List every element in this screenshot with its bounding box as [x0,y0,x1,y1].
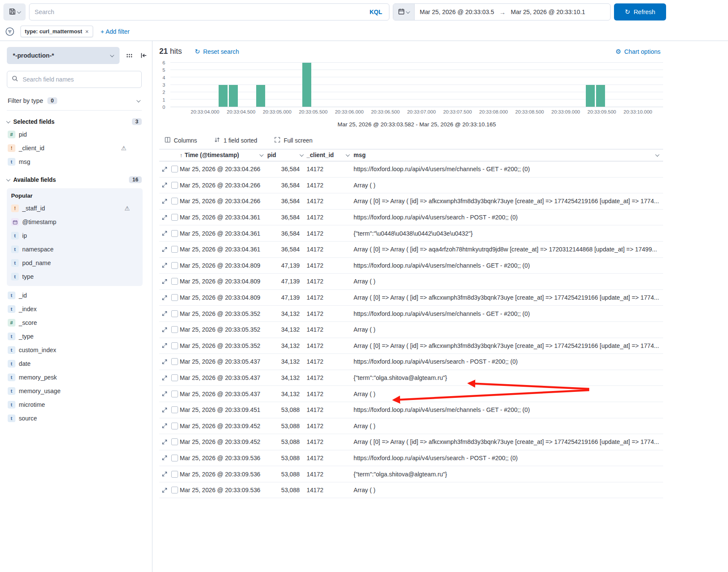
kql-toggle-button[interactable]: KQL [363,4,389,20]
row-checkbox[interactable] [171,166,178,172]
date-to-button[interactable]: Mar 25, 2026 @ 20:33:10.1 [506,9,590,15]
row-checkbox[interactable] [171,358,178,365]
row-checkbox[interactable] [171,262,178,269]
reset-search-link[interactable]: ↻ Reset search [192,47,242,56]
column-header-client-id[interactable]: _client_id [306,152,354,158]
expand-row-icon[interactable] [162,407,167,413]
field-item-_id[interactable]: t_id [7,289,141,302]
text-field-icon: t [8,346,15,354]
expand-row-icon[interactable] [162,343,167,348]
date-quick-select-button[interactable] [393,4,415,20]
histogram-bar[interactable] [219,85,228,107]
grid-dots-icon[interactable] [125,51,134,60]
row-checkbox[interactable] [171,487,178,493]
expand-row-icon[interactable] [162,455,167,461]
field-item-_score[interactable]: #_score [7,316,141,330]
expand-row-icon[interactable] [162,231,167,236]
column-header-msg[interactable]: msg [354,152,663,158]
row-checkbox[interactable] [171,326,178,333]
field-item-_index[interactable]: t_index [7,302,141,316]
search-input[interactable] [29,9,363,15]
text-field-icon: t [8,360,15,368]
row-checkbox[interactable] [171,214,178,221]
cell-time: Mar 25, 2026 @ 20:33:09.452 [180,438,267,445]
histogram-bar[interactable] [256,85,265,107]
row-checkbox[interactable] [171,278,178,285]
expand-row-icon[interactable] [162,359,167,365]
row-checkbox[interactable] [171,455,178,461]
expand-row-icon[interactable] [162,215,167,220]
row-checkbox[interactable] [171,230,178,237]
sorted-fields-button[interactable]: 1 field sorted [211,136,260,145]
column-header-pid[interactable]: pid [267,152,306,158]
row-checkbox[interactable] [171,423,178,429]
available-fields-header[interactable]: Available fields 16 [7,176,142,183]
refresh-button[interactable]: ↻ Refresh [614,3,666,20]
fullscreen-button[interactable]: Full screen [272,136,315,145]
row-checkbox[interactable] [171,294,178,301]
popular-fields-section: Popular !_staff_id⚠@timestamptiptnamespa… [7,188,143,286]
column-header-time[interactable]: ↑ Time (@timestamp) [180,152,267,158]
filter-menu-icon[interactable] [4,26,15,37]
expand-row-icon[interactable] [162,198,167,204]
field-item-@timestamp[interactable]: @timestamp [10,215,144,229]
expand-row-icon[interactable] [162,327,167,333]
field-item-memory_pesk[interactable]: tmemory_pesk [7,371,141,384]
row-checkbox[interactable] [171,471,178,478]
row-checkbox[interactable] [171,374,178,381]
add-filter-link[interactable]: + Add filter [98,28,132,35]
histogram-bar[interactable] [586,85,595,107]
field-item-_type[interactable]: t_type [7,330,141,343]
field-item-custom_index[interactable]: tcustom_index [7,343,141,357]
expand-row-icon[interactable] [162,487,167,493]
expand-row-icon[interactable] [162,439,167,445]
date-from-button[interactable]: Mar 25, 2026 @ 20:33:03.5 [415,9,499,15]
expand-row-icon[interactable] [162,247,167,252]
filter-chip[interactable]: type: curl_mattermost × [20,26,93,37]
field-item-pod_name[interactable]: tpod_name [10,256,144,270]
field-item-_client_id[interactable]: !_client_id⚠ [7,141,141,155]
field-item-namespace[interactable]: tnamespace [10,242,144,256]
index-pattern-selector[interactable]: *-production-* [7,47,120,64]
row-checkbox[interactable] [171,438,178,445]
saved-query-menu-button[interactable] [3,3,26,20]
selected-fields-header[interactable]: Selected fields 3 [7,118,142,125]
field-item-pid[interactable]: #pid [7,128,141,141]
expand-row-icon[interactable] [162,423,167,429]
expand-row-icon[interactable] [162,295,167,301]
chart-options-link[interactable]: ⚙ Chart options [613,47,664,56]
y-tick-label: 0 [163,105,165,110]
field-item-memory_usage[interactable]: tmemory_usage [7,384,141,398]
expand-row-icon[interactable] [162,471,167,477]
row-checkbox[interactable] [171,246,178,253]
row-checkbox[interactable] [171,391,178,397]
field-item-msg[interactable]: tmsg [7,155,141,169]
field-search-input[interactable] [22,76,137,83]
field-item-ip[interactable]: tip [10,229,144,242]
expand-row-icon[interactable] [162,279,167,284]
filter-by-type-toggle[interactable]: Filter by type 0 [7,94,142,111]
expand-row-icon[interactable] [162,182,167,188]
expand-row-icon[interactable] [162,375,167,381]
y-axis-labels: 0123456 [159,63,169,107]
expand-row-icon[interactable] [162,311,167,316]
field-item-type[interactable]: ttype [10,270,144,283]
histogram-bar[interactable] [596,85,605,107]
columns-button[interactable]: Columns [162,136,199,145]
histogram-bar[interactable] [302,63,311,107]
expand-row-icon[interactable] [162,263,167,268]
row-checkbox[interactable] [171,198,178,204]
field-item-date[interactable]: tdate [7,357,141,371]
histogram-bar[interactable] [229,85,238,107]
row-checkbox[interactable] [171,342,178,349]
field-item-source[interactable]: tsource [7,411,141,425]
filter-chip-close-icon[interactable]: × [85,29,88,35]
expand-row-icon[interactable] [162,166,167,172]
collapse-sidebar-icon[interactable] [139,51,149,60]
row-checkbox[interactable] [171,310,178,317]
field-item-_staff_id[interactable]: !_staff_id⚠ [10,201,144,215]
row-checkbox[interactable] [171,182,178,189]
row-checkbox[interactable] [171,406,178,413]
expand-row-icon[interactable] [162,391,167,397]
field-item-microtime[interactable]: tmicrotime [7,398,141,411]
